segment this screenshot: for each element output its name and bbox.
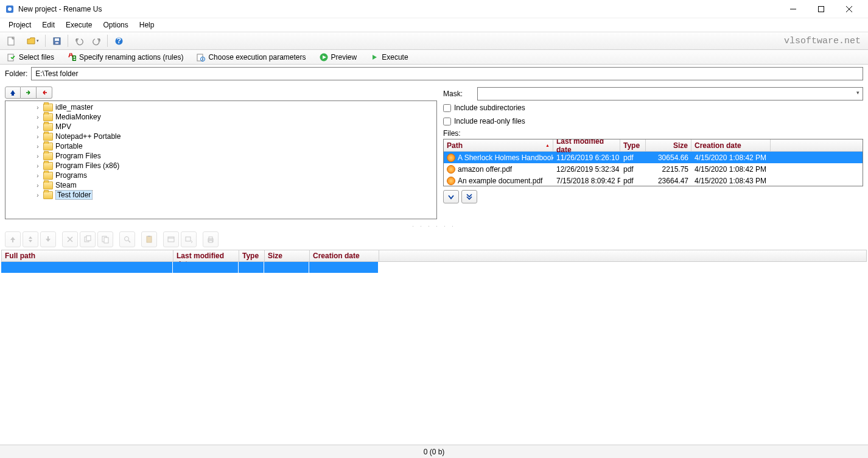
tree-item[interactable]: ›Portable: [5, 141, 436, 151]
include-readonly-checkbox[interactable]: [443, 118, 451, 125]
menu-help[interactable]: Help: [135, 19, 159, 30]
move-up-down-button[interactable]: [23, 231, 38, 247]
tree-item[interactable]: ›Steam: [5, 180, 436, 190]
column-modified[interactable]: Last modified date: [553, 139, 620, 151]
open-project-button[interactable]: [21, 33, 41, 48]
queue-col-size[interactable]: Size: [265, 250, 310, 261]
column-path[interactable]: Path: [444, 139, 553, 151]
folder-tree[interactable]: ›idle_master ›MediaMonkey ›MPV ›Notepad+…: [5, 100, 437, 219]
step-execute[interactable]: Execute: [366, 52, 411, 63]
move-bottom-button[interactable]: [40, 231, 56, 247]
mask-combobox[interactable]: [477, 87, 863, 100]
remove-button[interactable]: [62, 231, 78, 247]
expander-icon[interactable]: ›: [35, 143, 41, 150]
svg-point-25: [125, 237, 129, 241]
file-row[interactable]: An example document.pdf 7/15/2018 8:09:4…: [444, 175, 863, 186]
help-button[interactable]: ?: [111, 33, 126, 48]
expander-icon[interactable]: ›: [35, 182, 41, 189]
remove-duplicates-button[interactable]: [80, 231, 96, 247]
preview-icon: [320, 53, 328, 62]
files-table[interactable]: Path Last modified date Type Size Creati…: [443, 139, 863, 186]
tree-item[interactable]: ›Programs: [5, 171, 436, 180]
menu-project[interactable]: Project: [4, 19, 36, 30]
clipboard-button[interactable]: [141, 231, 157, 247]
folder-label: Folder:: [5, 69, 27, 78]
app-icon: [5, 4, 15, 14]
include-subdirs-checkbox[interactable]: [443, 104, 451, 112]
column-type[interactable]: Type: [620, 139, 646, 151]
step-specify-rules[interactable]: AB Specify renaming actions (rules): [64, 52, 187, 63]
file-size: 23664.47: [646, 176, 691, 186]
redo-button[interactable]: [89, 33, 103, 48]
tree-item-label: MediaMonkey: [55, 113, 101, 121]
files-table-header: Path Last modified date Type Size Creati…: [444, 139, 863, 152]
execute-icon: [370, 53, 379, 62]
tree-toolbar: [5, 86, 437, 99]
menu-edit[interactable]: Edit: [37, 19, 60, 30]
windows-dropdown-button[interactable]: [181, 231, 197, 247]
file-row[interactable]: A Sherlock Holmes Handbook.pdf 11/26/201…: [444, 152, 863, 163]
new-project-button[interactable]: [4, 33, 18, 48]
queue-header: Full path Last modified date Type Size C…: [1, 250, 867, 262]
expander-icon[interactable]: ›: [35, 133, 41, 140]
column-size[interactable]: Size: [646, 139, 691, 151]
copy-button[interactable]: [97, 231, 113, 247]
queue-col-modified[interactable]: Last modified date: [173, 250, 239, 261]
column-creation[interactable]: Creation date: [691, 139, 771, 151]
move-top-button[interactable]: [5, 231, 21, 247]
brand-text: vlsoftware.net: [784, 36, 864, 46]
expander-icon[interactable]: ›: [35, 163, 41, 169]
undo-button[interactable]: [72, 33, 86, 48]
svg-rect-33: [209, 237, 212, 239]
tree-item[interactable]: ›idle_master: [5, 102, 436, 112]
split-handle[interactable]: · · · · · ·: [0, 223, 868, 229]
tree-item[interactable]: ›MPV: [5, 122, 436, 132]
queue-col-type[interactable]: Type: [239, 250, 265, 261]
tree-refresh-button[interactable]: [21, 86, 37, 99]
statusbar: 0 (0 b): [0, 445, 868, 458]
expander-icon[interactable]: ›: [35, 104, 41, 111]
pdf-icon: [447, 177, 455, 185]
print-button[interactable]: [203, 231, 219, 247]
step-preview[interactable]: Preview: [316, 52, 361, 63]
maximize-button[interactable]: [807, 0, 835, 18]
queue-col-creation[interactable]: Creation date: [310, 250, 379, 261]
save-button[interactable]: [49, 33, 64, 48]
tree-item[interactable]: ›Program Files (x86): [5, 161, 436, 171]
expander-icon[interactable]: ›: [35, 172, 41, 179]
window-title: New project - Rename Us: [18, 5, 779, 13]
step-select-files[interactable]: Select files: [4, 52, 58, 63]
queue-row[interactable]: [1, 262, 867, 273]
tree-undo-button[interactable]: [37, 86, 52, 99]
folder-input[interactable]: [31, 67, 863, 80]
close-button[interactable]: [835, 0, 863, 18]
select-files-icon: [7, 53, 16, 62]
main-toolbar: ? vlsoftware.net: [0, 32, 868, 50]
step-choose-params[interactable]: Choose execution parameters: [193, 52, 309, 63]
expander-icon[interactable]: ›: [35, 124, 41, 130]
tree-item[interactable]: ›MediaMonkey: [5, 112, 436, 122]
expander-icon[interactable]: ›: [35, 114, 41, 121]
tree-item-label: Steam: [55, 181, 77, 189]
queue-table[interactable]: Full path Last modified date Type Size C…: [1, 250, 867, 273]
menu-execute[interactable]: Execute: [61, 19, 97, 30]
windows-button[interactable]: [163, 231, 179, 247]
find-button[interactable]: [119, 231, 135, 247]
folder-icon: [43, 162, 53, 170]
menu-options[interactable]: Options: [98, 19, 133, 30]
file-row[interactable]: amazon offer.pdf 12/26/2019 5:32:34 PM p…: [444, 163, 863, 175]
tree-item[interactable]: ›Test folder: [5, 190, 436, 200]
tree-item[interactable]: ›Notepad++ Portable: [5, 132, 436, 141]
file-path: An example document.pdf: [458, 177, 542, 185]
tree-up-button[interactable]: [5, 86, 21, 99]
queue-col-fullpath[interactable]: Full path: [2, 250, 173, 261]
tree-item-label: Portable: [55, 142, 83, 150]
add-single-button[interactable]: [443, 190, 459, 203]
minimize-button[interactable]: [779, 0, 807, 18]
tree-item[interactable]: ›Program Files: [5, 151, 436, 161]
expander-icon[interactable]: ›: [35, 153, 41, 160]
expander-icon[interactable]: ›: [35, 192, 41, 199]
svg-text:?: ?: [116, 37, 121, 45]
folder-icon: [43, 113, 53, 121]
add-all-button[interactable]: [461, 190, 477, 203]
